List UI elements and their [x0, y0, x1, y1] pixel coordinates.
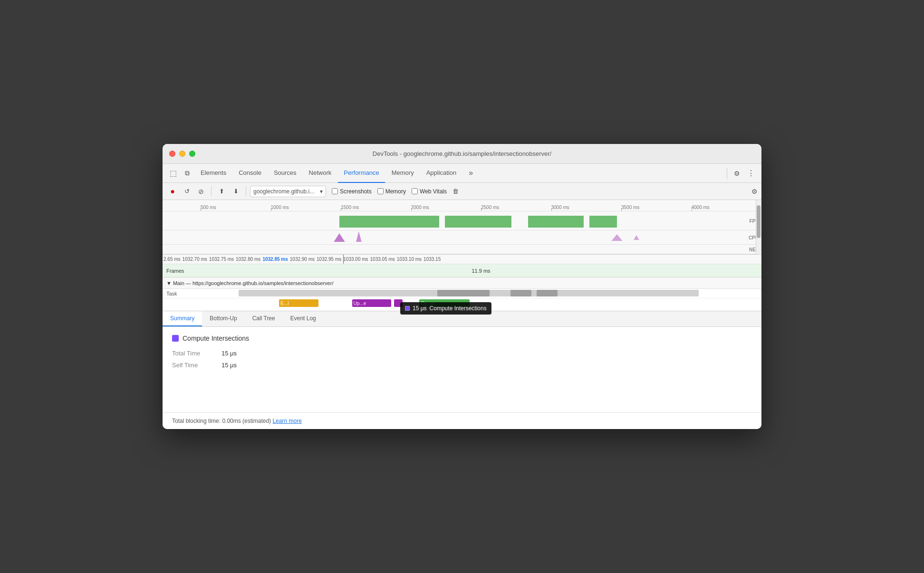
- timeline-ruler: 500 ms 1000 ms 1500 ms 2000 ms 2500 ms 3…: [163, 200, 761, 211]
- tab-event-log[interactable]: Event Log: [283, 311, 324, 326]
- tab-sources[interactable]: Sources: [268, 164, 302, 183]
- timeline-scrollbar[interactable]: [756, 200, 761, 254]
- tooltip-color-box: [405, 306, 410, 311]
- event-bar-upe[interactable]: Up...e: [352, 299, 392, 307]
- stop-button[interactable]: ⊘: [195, 185, 207, 198]
- more-options-icon[interactable]: ⋮: [744, 167, 758, 180]
- task-label: Task: [163, 291, 201, 296]
- task-bars: [239, 289, 761, 298]
- web-vitals-label: Web Vitals: [420, 188, 447, 195]
- url-bar[interactable]: googlechrome.github.i... ▾: [250, 186, 326, 197]
- memory-checkbox[interactable]: [377, 188, 384, 194]
- summary-color-indicator: [172, 335, 179, 342]
- ruler-tick-0: 500 ms: [201, 200, 271, 211]
- task-bar-seg2[interactable]: [510, 290, 531, 296]
- bottom-panel: Summary Bottom-Up Call Tree Event Log Co…: [163, 311, 761, 429]
- tab-call-tree[interactable]: Call Tree: [245, 311, 283, 326]
- self-time-row: Self Time 15 μs: [172, 362, 752, 369]
- maximize-button[interactable]: [189, 151, 195, 157]
- ruler-tick-5: 3000 ms: [551, 200, 622, 211]
- reload-button[interactable]: ↺: [181, 185, 193, 198]
- separator: [727, 168, 727, 179]
- devtools-tab-bar: ⬚ ⧉ Elements Console Sources Network Per…: [163, 164, 761, 183]
- memory-checkbox-group: Memory: [377, 188, 406, 195]
- summary-title-text: Compute Intersections: [183, 334, 249, 342]
- title-bar: DevTools - googlechrome.github.io/sample…: [163, 144, 761, 164]
- self-time-label: Self Time: [172, 362, 210, 369]
- tab-summary[interactable]: Summary: [163, 311, 202, 326]
- tab-elements[interactable]: Elements: [195, 164, 232, 183]
- separator: [211, 187, 212, 196]
- ruler-tick-2: 1500 ms: [341, 200, 411, 211]
- tooltip-label: Compute Intersections: [430, 305, 487, 312]
- scrollbar-thumb[interactable]: [757, 205, 760, 238]
- total-time-row: Total Time 15 μs: [172, 350, 752, 357]
- url-text: googlechrome.github.i...: [253, 188, 318, 195]
- tab-memory[interactable]: Memory: [386, 164, 420, 183]
- summary-title: Compute Intersections: [172, 334, 752, 342]
- main-thread-label: ▼ Main — https://googlechrome.github.io/…: [166, 280, 333, 286]
- tab-application[interactable]: Application: [421, 164, 462, 183]
- screenshots-label: Screenshots: [340, 188, 372, 195]
- detail-ruler: 2.65 ms 1032.70 ms 1032.75 ms 1032.80 ms…: [163, 255, 761, 264]
- ruler-tick-4: 2500 ms: [481, 200, 551, 211]
- device-mode-icon[interactable]: ⧉: [181, 167, 194, 180]
- frames-content: 11.9 ms: [201, 264, 761, 277]
- minimize-button[interactable]: [179, 151, 185, 157]
- task-bar-seg3[interactable]: [537, 290, 558, 296]
- screenshots-checkbox-group: Screenshots: [332, 188, 372, 195]
- tab-performance[interactable]: Performance: [338, 164, 385, 183]
- time-cursor: [343, 255, 344, 264]
- main-thread-header[interactable]: ▼ Main — https://googlechrome.github.io/…: [163, 277, 761, 289]
- window-title: DevTools - googlechrome.github.io/sample…: [373, 150, 551, 157]
- footer-text: Total blocking time: 0.00ms (estimated): [172, 418, 271, 424]
- performance-toolbar: ● ↺ ⊘ ⬆ ⬇ googlechrome.github.i... ▾ Scr…: [163, 183, 761, 200]
- summary-content: Compute Intersections Total Time 15 μs S…: [163, 327, 761, 412]
- frames-row[interactable]: Frames 11.9 ms: [163, 264, 761, 277]
- ruler-tick-3: 2000 ms: [411, 200, 481, 211]
- learn-more-link[interactable]: Learn more: [272, 418, 301, 424]
- web-vitals-checkbox-group: Web Vitals: [412, 188, 447, 195]
- tab-console[interactable]: Console: [233, 164, 267, 183]
- inspect-icon[interactable]: ⬚: [166, 167, 180, 180]
- memory-label: Memory: [385, 188, 406, 195]
- tab-bottom-up[interactable]: Bottom-Up: [202, 311, 244, 326]
- fps-track[interactable]: FPS: [163, 211, 761, 230]
- devtools-window: DevTools - googlechrome.github.io/sample…: [163, 144, 761, 429]
- capture-settings-icon[interactable]: ⚙: [751, 188, 758, 195]
- record-button[interactable]: ●: [166, 185, 179, 198]
- url-dropdown-icon[interactable]: ▾: [320, 188, 323, 195]
- task-row[interactable]: Task: [163, 289, 761, 298]
- web-vitals-checkbox[interactable]: [412, 188, 418, 194]
- settings-icon[interactable]: ⚙: [730, 167, 743, 180]
- net-track[interactable]: NET: [163, 245, 761, 254]
- timeline-overview: 500 ms 1000 ms 1500 ms 2000 ms 2500 ms 3…: [163, 200, 761, 255]
- self-time-value: 15 μs: [221, 362, 237, 369]
- event-tooltip: 15 μs Compute Intersections: [400, 302, 491, 315]
- detail-timeline: 2.65 ms 1032.70 ms 1032.75 ms 1032.80 ms…: [163, 255, 761, 311]
- screenshots-checkbox[interactable]: [332, 188, 338, 194]
- ruler-tick-7: 4000 ms: [692, 200, 762, 211]
- download-button[interactable]: ⬇: [230, 185, 242, 198]
- task-bar-seg1[interactable]: [437, 290, 490, 296]
- tab-more[interactable]: »: [463, 164, 479, 183]
- total-time-value: 15 μs: [221, 350, 237, 357]
- footer: Total blocking time: 0.00ms (estimated) …: [163, 412, 761, 429]
- separator2: [246, 187, 246, 196]
- ruler-tick-1: 1000 ms: [271, 200, 341, 211]
- tab-network[interactable]: Network: [303, 164, 337, 183]
- event-row[interactable]: E...l Up...e Co...rs 15 μs Compute Inter…: [163, 298, 761, 311]
- ruler-ticks: 500 ms 1000 ms 1500 ms 2000 ms 2500 ms 3…: [163, 200, 761, 211]
- tooltip-time: 15 μs: [413, 305, 427, 312]
- cpu-track[interactable]: CPU: [163, 230, 761, 245]
- upload-button[interactable]: ⬆: [215, 185, 228, 198]
- clear-button[interactable]: 🗑: [452, 188, 459, 195]
- frame-time: 11.9 ms: [472, 268, 490, 274]
- frames-label: Frames: [163, 268, 201, 274]
- total-time-label: Total Time: [172, 350, 210, 357]
- traffic-lights: [169, 151, 195, 157]
- ruler-tick-6: 3500 ms: [621, 200, 692, 211]
- event-bars: E...l Up...e Co...rs 15 μs Compute Inter…: [201, 298, 761, 311]
- close-button[interactable]: [169, 151, 175, 157]
- event-bar-el[interactable]: E...l: [279, 299, 318, 307]
